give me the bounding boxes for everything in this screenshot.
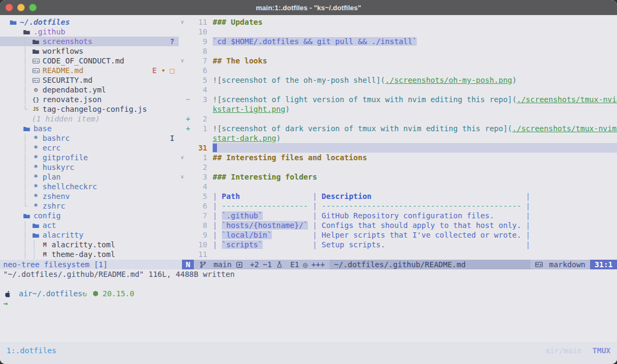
gitsigns-column [186, 230, 192, 240]
terminal-window: main:1:.dotfiles - "ks~/.dotfiles" ~/.do… [0, 0, 617, 364]
editor-line[interactable]: 8 [179, 46, 617, 56]
gitsigns-column: + [186, 114, 192, 124]
editor-line-text [213, 182, 617, 191]
tree-item-alacritty-toml[interactable]: │ │ Malacritty.toml [0, 240, 179, 249]
editor-line[interactable]: ∨3### Interesting folders [179, 172, 617, 182]
statusline-filepath: ~/.dotfiles/.github/README.md [329, 260, 530, 269]
editor-line[interactable]: 4 [179, 182, 617, 191]
editor-line[interactable]: 8| `hosts/{hostname}/` | Configs that sh… [179, 220, 617, 230]
tree-item-bashrc[interactable]: │ *bashrcI [0, 133, 179, 143]
gitsigns-column [186, 104, 192, 114]
editor-line[interactable]: ∨1## Interesting files and locations [179, 153, 617, 162]
minimize-button[interactable] [17, 4, 25, 11]
tree-item-readme-md[interactable]: │ README.mdE•□ [0, 66, 179, 75]
traffic-lights [0, 4, 37, 11]
fold-column [179, 75, 186, 85]
tree-item-github[interactable]: .github [0, 27, 179, 37]
tree-item-zshenv[interactable]: │ *zshenv [0, 191, 179, 201]
tree-item-ecrc[interactable]: │ *ecrc [0, 143, 179, 153]
tree-item-base[interactable]: base [0, 124, 179, 133]
editor-line[interactable]: 4 [179, 85, 617, 95]
fold-chevron-icon[interactable]: ∨ [179, 56, 186, 66]
editor-line-text: ![screenshot of light version of tmux wi… [213, 95, 617, 104]
editor-line[interactable]: 31 [179, 143, 617, 153]
editor-line[interactable]: 6 [179, 66, 617, 75]
prompt-path: ~/.dotfiles [32, 289, 82, 298]
zoom-button[interactable] [29, 4, 37, 11]
editor-line[interactable]: 5![screenshot of the oh-my-posh shell](.… [179, 75, 617, 85]
toml-icon: M [41, 241, 49, 248]
editor-line[interactable]: ~3![screenshot of light version of tmux … [179, 95, 617, 104]
tree-item-screenshots[interactable]: │ screenshots? [0, 37, 179, 46]
text-segment: | [521, 192, 530, 201]
fold-chevron-icon[interactable]: ∨ [179, 172, 186, 182]
editor-line[interactable]: 6| ------------------- | ---------------… [179, 201, 617, 211]
tree-item-label: (1 hidden item) [32, 115, 100, 123]
tree-item-act[interactable]: │ act [0, 220, 179, 230]
tree-item-dependabot-yml[interactable]: │ ⚙dependabot.yml [0, 85, 179, 95]
tree-item-workflows[interactable]: │ workflows [0, 46, 179, 56]
editor-line[interactable]: 7| `.github` | GitHub Repository configu… [179, 211, 617, 220]
editor-line[interactable]: 5| Path | Description | [179, 191, 617, 201]
editor-line[interactable]: 2 [179, 162, 617, 172]
gitsigns-column [186, 220, 192, 230]
record-icon: ◎ [303, 260, 307, 269]
tree-item-alacritty[interactable]: │ alacritty [0, 230, 179, 240]
current-line-number: 31 [192, 143, 207, 153]
prompt-host: air [19, 289, 32, 298]
editor-line[interactable]: kstart-light.png) [179, 104, 617, 114]
text-segment: ### Updates [213, 18, 263, 26]
editor-line[interactable]: start-dark.png) [179, 133, 617, 143]
tree-item-label: screenshots [43, 37, 93, 46]
line-number: 6 [192, 201, 207, 211]
editor-line[interactable]: ∨7## The looks [179, 56, 617, 66]
editor-line-text [213, 85, 617, 95]
editor-line[interactable]: +1![screenshot of dark version of tmux w… [179, 124, 617, 133]
prompt-arrow: → [0, 298, 617, 308]
editor-line[interactable]: 9`cd $HOME/.dotfiles && git pull && ./in… [179, 37, 617, 46]
fold-column [179, 66, 186, 75]
tree-item-plan[interactable]: │ *plan [0, 172, 179, 182]
text-segment: ----------------------------------------… [321, 202, 521, 210]
fold-column [179, 143, 186, 153]
close-button[interactable] [5, 4, 13, 11]
editor-line-text: ### Updates [213, 17, 617, 27]
tree-item-huskyrc[interactable]: │ *huskyrc [0, 162, 179, 172]
tree-item-config[interactable]: config [0, 211, 179, 220]
editor-line[interactable]: +2 [179, 114, 617, 124]
tree-item-shellcheckrc[interactable]: │ *shellcheckrc [0, 182, 179, 191]
fold-chevron-icon[interactable]: ∨ [179, 17, 186, 27]
tmux-window-tab[interactable]: 1:.dotfiles [6, 346, 57, 355]
tree-item-tag-changelog-config-js[interactable]: └ JStag-changelog-config.js [0, 104, 179, 114]
text-segment: ## Interesting files and locations [213, 153, 367, 162]
editor-line-text: `cd $HOME/.dotfiles && git pull && ./ins… [213, 37, 617, 46]
tree-item-1-hidden-item[interactable]: (1 hidden item) [0, 114, 179, 124]
tree-item-zshrc[interactable]: └ *zshrc [0, 201, 179, 211]
editor-line[interactable]: 9| `local/bin` | Helper scripts that I'v… [179, 230, 617, 240]
tree-item-security-md[interactable]: │ SECURITY.md [0, 75, 179, 85]
asterisk-icon: * [32, 153, 40, 162]
tree-item-dotfiles[interactable]: ~/.dotfiles [0, 17, 179, 27]
lualine-statusline: N main +2 ~1 E1 ◎ +++ ~/.dotfiles/.githu… [182, 260, 617, 269]
tree-item-renovate-json[interactable]: │ {}renovate.json [0, 95, 179, 104]
tree-item-code-of-conduct-md[interactable]: │ CODE_OF_CONDUCT.md [0, 56, 179, 66]
editor-line[interactable]: 10 [179, 27, 617, 37]
diff-modified: ~1 [263, 260, 272, 269]
editor-line[interactable]: ∨11### Updates [179, 17, 617, 27]
gitsigns-column: ~ [186, 95, 192, 104]
text-segment: | [213, 211, 222, 220]
folder-icon [9, 19, 17, 25]
editor-line[interactable]: 10| `scripts` | Setup scripts. | [179, 240, 617, 249]
text-segment: ![screenshot of dark version of tmux wit… [213, 124, 512, 133]
line-number [192, 133, 207, 143]
tree-item-theme-day-toml[interactable]: │ │ Mtheme-day.toml [0, 249, 179, 259]
tree-item-gitprofile[interactable]: │ *gitprofile [0, 153, 179, 162]
line-number [192, 104, 207, 114]
fold-column [179, 85, 186, 95]
editor-line[interactable]: 11 [179, 249, 617, 259]
tree-item-markers: E•□ [152, 66, 174, 75]
vim-message-line: "~/.dotfiles/.github/README.md" 116L, 44… [0, 269, 617, 279]
asterisk-icon: * [32, 173, 40, 181]
fold-chevron-icon[interactable]: ∨ [179, 153, 186, 162]
editor-line-text [213, 27, 617, 37]
